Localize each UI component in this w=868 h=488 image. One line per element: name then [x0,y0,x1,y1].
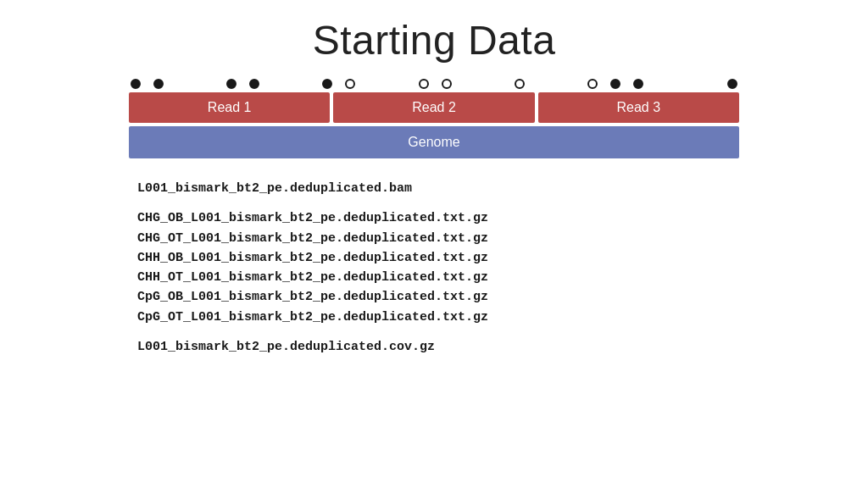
dot-1 [131,79,141,89]
dot-2 [153,79,164,89]
dot-11 [610,79,620,89]
diagram: Read 1 Read 2 Read 3 Genome [129,79,739,158]
bam-file-group: L001_bismark_bt2_pe.deduplicated.bam [137,179,739,198]
bam-filename: L001_bismark_bt2_pe.deduplicated.bam [137,179,739,198]
dot-5 [322,79,332,89]
dot-8 [442,79,452,89]
page: Starting Data [0,0,868,488]
context-file-0: CHG_OB_L001_bismark_bt2_pe.deduplicated.… [137,208,739,228]
dot-7 [419,79,429,89]
genome-block: Genome [129,126,739,158]
read-3-block: Read 3 [538,92,739,123]
read-1-block: Read 1 [129,92,330,123]
dot-4 [249,79,259,89]
read-2-block: Read 2 [333,92,534,123]
dot-13 [727,79,737,89]
context-file-2: CHH_OB_L001_bismark_bt2_pe.deduplicated.… [137,248,739,268]
files-section: L001_bismark_bt2_pe.deduplicated.bam CHG… [129,179,739,367]
context-files-group: CHG_OB_L001_bismark_bt2_pe.deduplicated.… [137,208,739,327]
dot-9 [515,79,525,89]
dot-12 [633,79,643,89]
cov-filename: L001_bismark_bt2_pe.deduplicated.cov.gz [137,337,739,357]
dot-6 [345,79,355,89]
context-file-5: CpG_OT_L001_bismark_bt2_pe.deduplicated.… [137,308,739,327]
genome-row: Genome [129,126,739,158]
page-title: Starting Data [313,17,556,64]
dot-10 [587,79,598,89]
dot-3 [226,79,236,89]
context-file-1: CHG_OT_L001_bismark_bt2_pe.deduplicated.… [137,229,739,248]
dots-row [129,79,739,89]
context-file-3: CHH_OT_L001_bismark_bt2_pe.deduplicated.… [137,268,739,287]
cov-file-group: L001_bismark_bt2_pe.deduplicated.cov.gz [137,337,739,357]
reads-row: Read 1 Read 2 Read 3 [129,92,739,123]
context-file-4: CpG_OB_L001_bismark_bt2_pe.deduplicated.… [137,287,739,307]
